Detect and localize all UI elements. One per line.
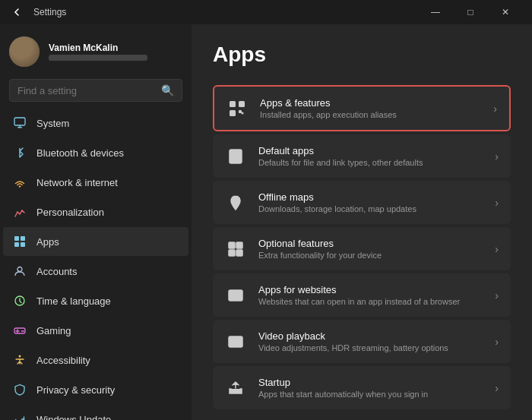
settings-item-optional-features[interactable]: Optional features Extra functionality fo… bbox=[213, 227, 511, 270]
svg-rect-1 bbox=[17, 127, 22, 128]
default-apps-title: Default apps bbox=[258, 145, 483, 156]
sidebar-item-accessibility[interactable]: Accessibility bbox=[3, 346, 188, 374]
network-label: Network & internet bbox=[36, 177, 118, 188]
apps-websites-chevron: › bbox=[495, 289, 499, 302]
sidebar-item-privacy[interactable]: Privacy & security bbox=[3, 375, 188, 404]
privacy-icon bbox=[12, 382, 27, 397]
apps-features-text: Apps & features Installed apps, app exec… bbox=[260, 97, 481, 119]
network-icon bbox=[12, 175, 27, 190]
optional-features-title: Optional features bbox=[258, 238, 483, 249]
startup-icon bbox=[225, 377, 246, 399]
svg-point-26 bbox=[233, 291, 235, 292]
window-title: Settings bbox=[33, 7, 66, 17]
svg-rect-15 bbox=[239, 101, 245, 107]
default-apps-chevron: › bbox=[495, 150, 499, 163]
svg-rect-5 bbox=[21, 236, 25, 241]
settings-item-apps-features[interactable]: Apps & features Installed apps, app exec… bbox=[213, 85, 511, 131]
default-apps-icon bbox=[225, 146, 246, 167]
settings-item-apps-websites[interactable]: Apps for websites Websites that can open… bbox=[213, 273, 511, 317]
svg-point-8 bbox=[17, 267, 22, 272]
accessibility-icon bbox=[12, 352, 27, 368]
svg-rect-21 bbox=[236, 242, 242, 248]
minimize-button[interactable]: — bbox=[418, 0, 453, 24]
apps-websites-subtitle: Websites that can open in an app instead… bbox=[258, 297, 483, 306]
sidebar-item-time[interactable]: Time & language bbox=[3, 286, 188, 315]
app-body: Vamien McKalin 🔍 System bbox=[0, 24, 532, 420]
sidebar-item-update[interactable]: Windows Update bbox=[3, 405, 188, 420]
sidebar-item-personalization[interactable]: Personalization bbox=[3, 197, 188, 226]
update-icon bbox=[12, 412, 27, 420]
svg-point-3 bbox=[19, 185, 21, 187]
settings-item-default-apps[interactable]: Default apps Defaults for file and link … bbox=[213, 134, 511, 178]
titlebar: Settings — □ ✕ bbox=[0, 0, 532, 24]
window-controls: — □ ✕ bbox=[418, 0, 523, 24]
privacy-label: Privacy & security bbox=[36, 384, 115, 396]
accounts-icon bbox=[12, 264, 27, 279]
svg-point-11 bbox=[21, 330, 23, 332]
default-apps-subtitle: Defaults for file and link types, other … bbox=[258, 158, 483, 167]
user-profile[interactable]: Vamien McKalin bbox=[0, 24, 192, 76]
apps-features-icon bbox=[226, 98, 248, 119]
offline-maps-icon bbox=[225, 192, 246, 213]
avatar-image bbox=[9, 36, 40, 67]
svg-rect-22 bbox=[229, 250, 235, 256]
apps-features-chevron: › bbox=[493, 103, 497, 115]
offline-maps-chevron: › bbox=[495, 197, 499, 209]
system-label: System bbox=[36, 118, 69, 129]
time-label: Time & language bbox=[36, 295, 111, 307]
offline-maps-subtitle: Downloads, storage location, map updates bbox=[258, 204, 483, 213]
apps-websites-text: Apps for websites Websites that can open… bbox=[258, 284, 483, 306]
optional-features-chevron: › bbox=[495, 243, 499, 255]
close-button[interactable]: ✕ bbox=[488, 0, 523, 24]
video-playback-icon bbox=[225, 331, 246, 352]
system-icon bbox=[12, 115, 27, 131]
back-button[interactable] bbox=[9, 5, 24, 20]
startup-title: Startup bbox=[258, 377, 483, 388]
svg-point-25 bbox=[230, 291, 232, 292]
video-playback-text: Video playback Video adjustments, HDR st… bbox=[258, 330, 483, 352]
optional-features-subtitle: Extra functionality for your device bbox=[258, 251, 483, 260]
svg-point-13 bbox=[19, 355, 21, 358]
video-playback-chevron: › bbox=[495, 336, 499, 348]
apps-websites-title: Apps for websites bbox=[258, 284, 483, 295]
svg-rect-14 bbox=[230, 101, 236, 107]
settings-item-startup[interactable]: Startup Apps that start automatically wh… bbox=[213, 366, 511, 409]
gaming-icon bbox=[12, 323, 27, 338]
startup-text: Startup Apps that start automatically wh… bbox=[258, 377, 483, 399]
video-playback-title: Video playback bbox=[258, 330, 483, 342]
sidebar-item-network[interactable]: Network & internet bbox=[3, 168, 188, 197]
user-subtitle bbox=[49, 55, 147, 61]
settings-item-video-playback[interactable]: Video playback Video adjustments, HDR st… bbox=[213, 320, 511, 363]
svg-rect-0 bbox=[14, 118, 25, 125]
user-name: Vamien McKalin bbox=[49, 43, 147, 53]
update-label: Windows Update bbox=[36, 414, 111, 421]
search-box[interactable]: 🔍 bbox=[9, 79, 182, 102]
accounts-label: Accounts bbox=[36, 266, 77, 277]
apps-features-title: Apps & features bbox=[260, 97, 481, 109]
svg-rect-4 bbox=[14, 236, 19, 241]
search-input[interactable] bbox=[17, 85, 155, 96]
page-title: Apps bbox=[213, 43, 511, 67]
svg-rect-17 bbox=[239, 110, 242, 113]
settings-list: Apps & features Installed apps, app exec… bbox=[213, 85, 511, 409]
maximize-button[interactable]: □ bbox=[453, 0, 488, 24]
user-info: Vamien McKalin bbox=[49, 43, 147, 61]
personalization-label: Personalization bbox=[36, 207, 104, 218]
optional-features-text: Optional features Extra functionality fo… bbox=[258, 238, 483, 260]
sidebar-nav: System Bluetooth & devices Network & int… bbox=[0, 108, 192, 420]
sidebar-item-gaming[interactable]: Gaming bbox=[3, 316, 188, 345]
content-area: Apps Apps & features Installed apps, app… bbox=[192, 24, 532, 420]
sidebar-item-apps[interactable]: Apps bbox=[3, 227, 188, 256]
video-playback-subtitle: Video adjustments, HDR streaming, batter… bbox=[258, 343, 483, 352]
settings-item-offline-maps[interactable]: Offline maps Downloads, storage location… bbox=[213, 181, 511, 224]
avatar bbox=[9, 36, 40, 67]
apps-icon bbox=[12, 234, 27, 249]
svg-rect-20 bbox=[229, 242, 235, 248]
bluetooth-label: Bluetooth & devices bbox=[36, 147, 124, 159]
sidebar-item-system[interactable]: System bbox=[3, 109, 188, 137]
sidebar-item-accounts[interactable]: Accounts bbox=[3, 257, 188, 286]
search-icon: 🔍 bbox=[161, 84, 174, 96]
sidebar-item-bluetooth[interactable]: Bluetooth & devices bbox=[3, 138, 188, 167]
default-apps-text: Default apps Defaults for file and link … bbox=[258, 145, 483, 167]
svg-point-19 bbox=[234, 199, 237, 202]
